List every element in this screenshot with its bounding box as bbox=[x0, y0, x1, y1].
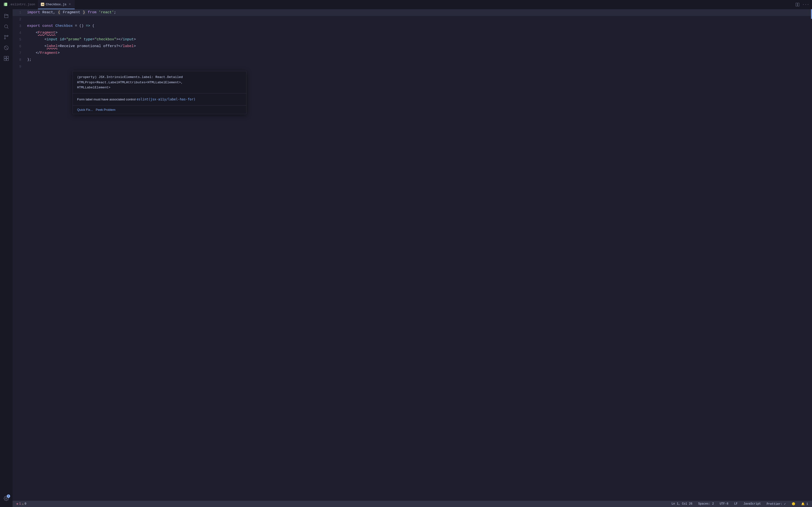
status-notification[interactable]: 🔔 1 bbox=[800, 502, 809, 506]
code-line-8: 8 ); bbox=[12, 56, 812, 63]
line-content-3: export const Checkbox = () => ( bbox=[25, 23, 812, 30]
status-bar-left: ⊗ 1 ⚠ 0 bbox=[15, 502, 27, 506]
svg-line-7 bbox=[5, 46, 8, 50]
tooltip-error: Form label must have associated control … bbox=[73, 94, 246, 106]
code-line-5: 5 <input id="promo" type="checkbox"></in… bbox=[12, 36, 812, 43]
line-number-9: 9 bbox=[12, 63, 25, 70]
git-icon bbox=[4, 35, 9, 40]
tooltip-actions: Quick Fix... Peek Problem bbox=[73, 105, 246, 114]
svg-rect-1 bbox=[798, 3, 799, 6]
status-line-ending[interactable]: LF bbox=[733, 502, 739, 506]
scrollbar-accent bbox=[811, 9, 812, 19]
status-emoji[interactable]: 🙂 bbox=[791, 502, 796, 506]
status-encoding[interactable]: UTF-8 bbox=[719, 502, 729, 506]
activity-item-settings[interactable]: 1 bbox=[1, 494, 11, 503]
svg-rect-8 bbox=[4, 56, 6, 58]
activity-item-explorer[interactable] bbox=[1, 11, 11, 21]
extensions-icon bbox=[4, 56, 9, 61]
line-number-8: 8 bbox=[12, 56, 25, 63]
warning-count: 0 bbox=[24, 502, 27, 506]
status-position[interactable]: Ln 1, Col 26 bbox=[671, 502, 693, 506]
split-editor-button[interactable] bbox=[794, 1, 801, 8]
line-content-5: <input id="promo" type="checkbox"></inpu… bbox=[25, 36, 812, 43]
code-line-7: 7 </Fragment> bbox=[12, 50, 812, 56]
svg-rect-10 bbox=[4, 59, 6, 61]
label-tag-squiggle: label bbox=[47, 44, 57, 48]
svg-rect-9 bbox=[6, 56, 8, 58]
code-line-1: 1 import React, { Fragment } from 'react… bbox=[12, 9, 812, 16]
tooltip-type-line1: (property) JSX.IntrinsicElements.label: … bbox=[77, 74, 242, 80]
tooltip-type-line3: HTMLLabelElement> bbox=[77, 85, 242, 90]
status-formatter[interactable]: Prettier: ✓ bbox=[766, 502, 786, 506]
line-number-4: 4 bbox=[12, 30, 25, 36]
line-ending-label: LF bbox=[734, 502, 738, 506]
bracket-open: { bbox=[57, 10, 61, 14]
fragment-open-tag: Fragment bbox=[38, 31, 55, 35]
quick-fix-button[interactable]: Quick Fix... bbox=[77, 108, 96, 112]
activity-item-debug[interactable] bbox=[1, 43, 11, 53]
code-line-4: 4 <Fragment> bbox=[12, 30, 812, 36]
formatter-label: Prettier: ✓ bbox=[767, 502, 785, 506]
tab-icon-eslintrc: { } bbox=[4, 3, 7, 6]
line-content-8: ); bbox=[25, 56, 812, 63]
svg-point-4 bbox=[4, 38, 6, 39]
kw-from: from bbox=[88, 10, 96, 14]
tab-eslintrc[interactable]: { } .eslintrc.json bbox=[1, 0, 38, 9]
status-bar-right: Ln 1, Col 26 Spaces: 2 UTF-8 LF JavaScri… bbox=[671, 502, 809, 506]
line-content-6: <label>Receive promotional offers?</labe… bbox=[25, 43, 812, 50]
svg-point-5 bbox=[7, 35, 8, 37]
line-content-7: </Fragment> bbox=[25, 50, 812, 56]
tab-icon-checkbox: JS bbox=[41, 3, 44, 6]
line-number-3: 3 bbox=[12, 23, 25, 30]
bracket-close: } bbox=[83, 10, 86, 14]
search-icon bbox=[4, 24, 9, 29]
settings-badge: 1 bbox=[7, 495, 10, 498]
tab-bar: { } .eslintrc.json JS Checkbox.js × ··· bbox=[0, 0, 812, 9]
svg-point-2 bbox=[5, 25, 8, 28]
line-number-2: 2 bbox=[12, 16, 25, 23]
editor-area: 1 import React, { Fragment } from 'react… bbox=[12, 9, 812, 507]
code-line-6: 6 <label>Receive promotional offers?</la… bbox=[12, 43, 812, 50]
tab-bar-actions: ··· bbox=[794, 1, 811, 8]
cursor-position: Ln 1, Col 26 bbox=[672, 502, 692, 506]
activity-item-search[interactable] bbox=[1, 22, 11, 32]
tooltip-popup: (property) JSX.IntrinsicElements.label: … bbox=[72, 71, 247, 114]
tab-label-checkbox: Checkbox.js bbox=[46, 3, 66, 6]
activity-bar-bottom: 1 bbox=[1, 494, 11, 505]
line-content-4: <Fragment> bbox=[25, 30, 812, 36]
tab-checkbox[interactable]: JS Checkbox.js × bbox=[38, 0, 75, 9]
string-react: 'react' bbox=[99, 10, 114, 14]
code-line-9: 9 bbox=[12, 63, 812, 70]
code-line-2: 2 bbox=[12, 16, 812, 23]
encoding-label: UTF-8 bbox=[720, 502, 728, 506]
error-icon: ⊗ bbox=[16, 502, 18, 506]
editor-content[interactable]: 1 import React, { Fragment } from 'react… bbox=[12, 9, 812, 501]
tooltip-error-text: Form label must have associated control bbox=[77, 98, 136, 101]
more-actions-button[interactable]: ··· bbox=[802, 1, 809, 8]
line-content-2 bbox=[25, 16, 812, 23]
status-errors[interactable]: ⊗ 1 ⚠ 0 bbox=[15, 502, 27, 506]
activity-item-extensions[interactable] bbox=[1, 54, 11, 63]
line-number-7: 7 bbox=[12, 50, 25, 56]
svg-rect-0 bbox=[796, 3, 797, 6]
line-content-9 bbox=[25, 63, 812, 70]
peek-problem-button[interactable]: Peek Problem bbox=[96, 108, 118, 112]
line-number-1: 1 bbox=[12, 9, 25, 16]
kw-import: import bbox=[27, 10, 40, 14]
activity-item-git[interactable] bbox=[1, 32, 11, 42]
svg-point-3 bbox=[4, 35, 6, 37]
status-language[interactable]: JavaScript bbox=[743, 502, 762, 506]
debug-icon bbox=[4, 45, 9, 50]
emoji-icon: 🙂 bbox=[792, 502, 795, 506]
line-number-5: 5 bbox=[12, 36, 25, 43]
status-spaces[interactable]: Spaces: 2 bbox=[697, 502, 715, 506]
tooltip-type-info: (property) JSX.IntrinsicElements.label: … bbox=[73, 71, 246, 94]
tab-close-checkbox[interactable]: × bbox=[68, 2, 72, 6]
notification-icon: 🔔 1 bbox=[801, 502, 808, 506]
svg-rect-11 bbox=[6, 59, 8, 61]
code-line-3: 3 export const Checkbox = () => ( bbox=[12, 23, 812, 30]
svg-point-12 bbox=[6, 498, 7, 499]
status-bar: ⊗ 1 ⚠ 0 Ln 1, Col 26 Spaces: 2 UTF-8 LF bbox=[12, 501, 812, 507]
tab-label-eslintrc: .eslintrc.json bbox=[9, 3, 35, 6]
warning-icon: ⚠ bbox=[22, 502, 23, 506]
